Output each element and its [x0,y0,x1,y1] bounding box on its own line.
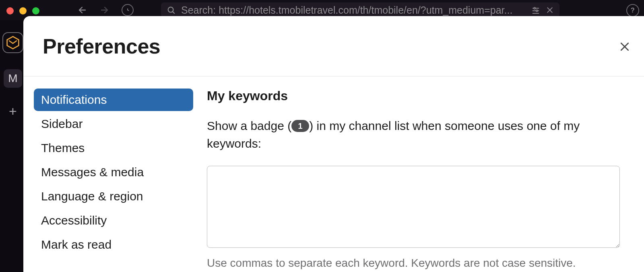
workspace-letter-tile[interactable]: M [4,69,22,88]
workspace-icon[interactable] [2,32,23,53]
fullscreen-window-button[interactable] [32,7,39,14]
sidebar-item-notifications[interactable]: Notifications [34,89,193,111]
desc-part-1: Show a badge ( [207,119,291,132]
svg-point-7 [536,10,538,12]
sidebar-item-messages-media[interactable]: Messages & media [34,161,193,183]
search-text: Search: https://hotels.tmobiletravel.com… [181,4,526,16]
sidebar-item-label: Mark as read [41,238,111,251]
search-icon [167,6,175,14]
sidebar-item-sidebar[interactable]: Sidebar [34,113,193,135]
sidebar-item-mark-as-read[interactable]: Mark as read [34,233,193,256]
close-window-button[interactable] [6,7,14,14]
my-keywords-heading: My keywords [207,89,620,103]
preferences-title: Preferences [43,34,160,58]
close-preferences-button[interactable] [617,39,632,54]
workspace-rail: M + [2,32,24,118]
preferences-content: My keywords Show a badge (1) in my chann… [204,76,644,272]
badge-example: 1 [291,120,309,132]
history-button[interactable] [122,4,134,16]
sidebar-item-themes[interactable]: Themes [34,137,193,159]
sidebar-item-label: Messages & media [41,165,144,179]
forward-button[interactable] [99,4,110,16]
sidebar-item-label: Language & region [41,190,143,203]
sidebar-item-label: Themes [41,141,85,155]
svg-marker-11 [7,37,19,49]
sidebar-item-label: Notifications [41,93,107,107]
back-button[interactable] [76,4,88,16]
sidebar-item-label: Accessibility [41,214,107,227]
keywords-hint: Use commas to separate each keyword. Key… [207,257,620,270]
keywords-input[interactable] [207,166,620,248]
window-traffic-lights [6,7,39,14]
preferences-modal: Preferences Notifications Sidebar Themes… [23,16,644,272]
sidebar-item-label: Sidebar [41,117,83,131]
search-bar[interactable]: Search: https://hotels.tmobiletravel.com… [161,2,559,18]
filter-icon[interactable] [531,6,540,14]
sidebar-item-language-region[interactable]: Language & region [34,185,193,208]
preferences-header: Preferences [23,16,644,76]
preferences-sidebar: Notifications Sidebar Themes Messages & … [23,76,204,272]
add-workspace-button[interactable]: + [6,104,20,118]
clear-search-icon[interactable] [546,6,554,14]
my-keywords-description: Show a badge (1) in my channel list when… [207,117,620,152]
svg-line-3 [173,12,174,13]
hex-logo-icon [6,35,20,50]
close-icon [619,41,631,53]
help-button[interactable]: ? [626,4,639,17]
sidebar-item-accessibility[interactable]: Accessibility [34,209,193,232]
minimize-window-button[interactable] [19,7,27,14]
svg-point-5 [534,7,535,9]
